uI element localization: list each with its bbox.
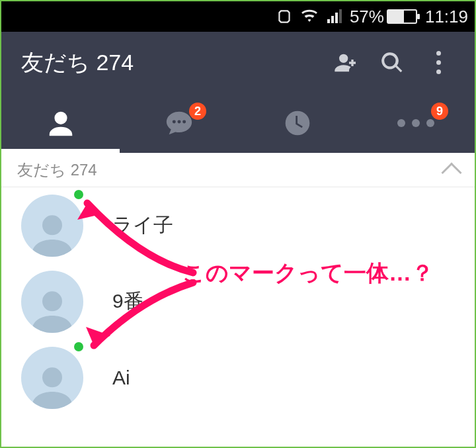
friend-name: ライ子	[112, 212, 173, 239]
friend-name: Ai	[112, 367, 130, 389]
tab-bar: 2 9	[1, 93, 475, 153]
list-item[interactable]: 9番	[1, 263, 475, 339]
tab-more[interactable]: 9	[356, 93, 475, 153]
presence-dot-icon	[74, 190, 83, 199]
svg-rect-2	[335, 13, 338, 23]
tab-timeline[interactable]	[238, 93, 356, 153]
section-label: 友だち 274	[17, 159, 97, 181]
friends-section-header[interactable]: 友だち 274	[1, 153, 475, 187]
avatar	[21, 347, 83, 409]
wifi-icon	[299, 9, 319, 24]
page-title: 友だち 274	[21, 48, 323, 78]
vibrate-icon	[276, 8, 293, 25]
app-header: 友だち 274	[1, 32, 475, 93]
svg-point-6	[182, 120, 186, 124]
svg-point-4	[172, 120, 175, 124]
presence-dot-icon	[74, 342, 83, 351]
svg-rect-3	[339, 9, 342, 23]
overflow-menu-button[interactable]	[415, 43, 461, 83]
friends-list: ライ子 9番 Ai	[1, 187, 475, 416]
status-bar: 57% 11:19	[1, 1, 475, 32]
svg-rect-1	[331, 16, 334, 23]
friend-name: 9番	[112, 288, 143, 315]
tab-friends[interactable]	[1, 93, 120, 153]
status-time: 11:19	[425, 7, 468, 27]
svg-point-5	[177, 120, 180, 124]
svg-rect-0	[327, 19, 330, 23]
signal-icon	[326, 9, 343, 24]
battery-icon	[387, 9, 417, 24]
chats-badge: 2	[189, 103, 206, 120]
list-item[interactable]: ライ子	[1, 187, 475, 263]
avatar	[21, 195, 83, 257]
tab-indicator	[1, 149, 120, 153]
more-icon	[397, 119, 434, 127]
list-item[interactable]: Ai	[1, 339, 475, 416]
battery-percent: 57%	[350, 7, 384, 27]
add-friend-button[interactable]	[323, 43, 369, 83]
search-button[interactable]	[369, 43, 415, 83]
chevron-up-icon	[441, 162, 461, 183]
tab-chats[interactable]: 2	[120, 93, 238, 153]
svg-point-7	[285, 111, 309, 136]
more-badge: 9	[431, 103, 448, 120]
avatar	[21, 271, 83, 333]
